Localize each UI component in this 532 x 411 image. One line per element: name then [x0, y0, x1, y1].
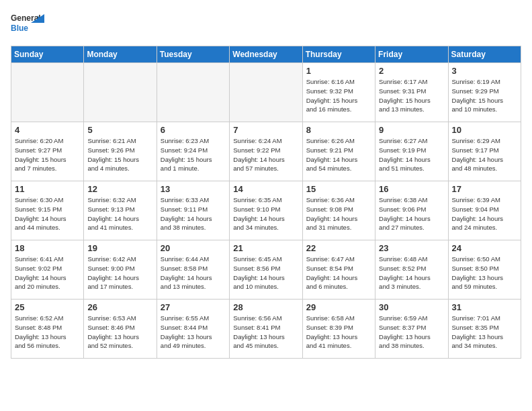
day-number: 19 [87, 243, 152, 253]
day-detail: Sunrise: 6:17 AM Sunset: 9:31 PM Dayligh… [379, 77, 444, 114]
day-detail: Sunrise: 6:19 AM Sunset: 9:29 PM Dayligh… [452, 77, 517, 114]
day-number: 30 [379, 302, 444, 312]
day-detail: Sunrise: 6:27 AM Sunset: 9:19 PM Dayligh… [379, 136, 444, 173]
calendar-cell: 13Sunrise: 6:33 AM Sunset: 9:11 PM Dayli… [157, 181, 229, 240]
calendar-cell: 31Sunrise: 7:01 AM Sunset: 8:35 PM Dayli… [448, 300, 521, 359]
day-number: 9 [379, 125, 444, 135]
week-row-4: 18Sunrise: 6:41 AM Sunset: 9:02 PM Dayli… [11, 240, 521, 300]
day-detail: Sunrise: 6:52 AM Sunset: 8:48 PM Dayligh… [15, 314, 80, 351]
day-number: 27 [161, 302, 226, 312]
day-number: 21 [233, 243, 298, 253]
calendar-cell: 8Sunrise: 6:26 AM Sunset: 9:21 PM Daylig… [302, 122, 375, 181]
week-row-2: 4Sunrise: 6:20 AM Sunset: 9:27 PM Daylig… [11, 122, 521, 181]
day-number: 4 [15, 125, 80, 135]
header-monday: Monday [84, 46, 157, 63]
calendar-cell: 21Sunrise: 6:45 AM Sunset: 8:56 PM Dayli… [230, 240, 302, 300]
calendar-table: SundayMondayTuesdayWednesdayThursdayFrid… [11, 46, 521, 359]
header-sunday: Sunday [11, 46, 84, 63]
day-number: 23 [379, 243, 444, 253]
day-number: 16 [379, 184, 444, 194]
calendar-cell: 17Sunrise: 6:39 AM Sunset: 9:04 PM Dayli… [448, 181, 521, 240]
calendar-cell: 24Sunrise: 6:50 AM Sunset: 8:50 PM Dayli… [448, 240, 521, 300]
calendar-cell: 4Sunrise: 6:20 AM Sunset: 9:27 PM Daylig… [11, 122, 84, 181]
calendar-cell: 5Sunrise: 6:21 AM Sunset: 9:26 PM Daylig… [84, 122, 157, 181]
day-detail: Sunrise: 6:56 AM Sunset: 8:41 PM Dayligh… [233, 314, 298, 351]
header-saturday: Saturday [448, 46, 521, 63]
day-detail: Sunrise: 6:42 AM Sunset: 9:00 PM Dayligh… [87, 255, 152, 291]
day-number: 2 [379, 66, 444, 76]
calendar-cell: 29Sunrise: 6:58 AM Sunset: 8:39 PM Dayli… [302, 300, 375, 359]
calendar-cell: 7Sunrise: 6:24 AM Sunset: 9:22 PM Daylig… [230, 122, 302, 181]
day-detail: Sunrise: 6:33 AM Sunset: 9:11 PM Dayligh… [161, 195, 226, 232]
svg-text:Blue: Blue [11, 24, 28, 33]
day-detail: Sunrise: 6:55 AM Sunset: 8:44 PM Dayligh… [161, 314, 226, 351]
day-detail: Sunrise: 6:41 AM Sunset: 9:02 PM Dayligh… [15, 255, 80, 291]
header-tuesday: Tuesday [157, 46, 229, 63]
day-detail: Sunrise: 6:45 AM Sunset: 8:56 PM Dayligh… [233, 255, 298, 291]
header-wednesday: Wednesday [230, 46, 302, 63]
calendar-cell: 25Sunrise: 6:52 AM Sunset: 8:48 PM Dayli… [11, 300, 84, 359]
day-detail: Sunrise: 6:29 AM Sunset: 9:17 PM Dayligh… [452, 136, 517, 173]
day-detail: Sunrise: 6:39 AM Sunset: 9:04 PM Dayligh… [452, 195, 517, 232]
calendar-cell: 6Sunrise: 6:23 AM Sunset: 9:24 PM Daylig… [157, 122, 229, 181]
day-detail: Sunrise: 6:50 AM Sunset: 8:50 PM Dayligh… [452, 255, 517, 291]
calendar-cell: 16Sunrise: 6:38 AM Sunset: 9:06 PM Dayli… [375, 181, 448, 240]
calendar-cell: 2Sunrise: 6:17 AM Sunset: 9:31 PM Daylig… [375, 63, 448, 122]
day-detail: Sunrise: 6:36 AM Sunset: 9:08 PM Dayligh… [306, 195, 371, 232]
day-detail: Sunrise: 6:30 AM Sunset: 9:15 PM Dayligh… [15, 195, 80, 232]
day-number: 11 [15, 184, 80, 194]
day-detail: Sunrise: 6:32 AM Sunset: 9:13 PM Dayligh… [87, 195, 152, 232]
calendar-cell: 22Sunrise: 6:47 AM Sunset: 8:54 PM Dayli… [302, 240, 375, 300]
day-detail: Sunrise: 6:35 AM Sunset: 9:10 PM Dayligh… [233, 195, 298, 232]
day-detail: Sunrise: 6:23 AM Sunset: 9:24 PM Dayligh… [161, 136, 226, 173]
calendar-cell: 9Sunrise: 6:27 AM Sunset: 9:19 PM Daylig… [375, 122, 448, 181]
day-detail: Sunrise: 6:16 AM Sunset: 9:32 PM Dayligh… [306, 77, 371, 114]
day-number: 26 [87, 302, 152, 312]
day-detail: Sunrise: 6:58 AM Sunset: 8:39 PM Dayligh… [306, 314, 371, 351]
calendar-cell: 15Sunrise: 6:36 AM Sunset: 9:08 PM Dayli… [302, 181, 375, 240]
day-detail: Sunrise: 6:20 AM Sunset: 9:27 PM Dayligh… [15, 136, 80, 173]
day-detail: Sunrise: 6:38 AM Sunset: 9:06 PM Dayligh… [379, 195, 444, 232]
day-number: 28 [233, 302, 298, 312]
calendar-cell: 20Sunrise: 6:44 AM Sunset: 8:58 PM Dayli… [157, 240, 229, 300]
day-number: 18 [15, 243, 80, 253]
logo-svg: GeneralBlue [11, 11, 44, 38]
calendar-header-row: SundayMondayTuesdayWednesdayThursdayFrid… [11, 46, 521, 63]
calendar-cell [230, 63, 302, 122]
day-number: 20 [161, 243, 226, 253]
header-thursday: Thursday [302, 46, 375, 63]
day-number: 13 [161, 184, 226, 194]
day-detail: Sunrise: 6:26 AM Sunset: 9:21 PM Dayligh… [306, 136, 371, 173]
day-number: 7 [233, 125, 298, 135]
calendar-cell: 27Sunrise: 6:55 AM Sunset: 8:44 PM Dayli… [157, 300, 229, 359]
day-detail: Sunrise: 6:44 AM Sunset: 8:58 PM Dayligh… [161, 255, 226, 291]
calendar-cell [11, 63, 84, 122]
page-header: GeneralBlue [11, 11, 521, 38]
calendar-cell: 23Sunrise: 6:48 AM Sunset: 8:52 PM Dayli… [375, 240, 448, 300]
header-friday: Friday [375, 46, 448, 63]
day-number: 22 [306, 243, 371, 253]
day-number: 6 [161, 125, 226, 135]
day-number: 25 [15, 302, 80, 312]
calendar-cell: 10Sunrise: 6:29 AM Sunset: 9:17 PM Dayli… [448, 122, 521, 181]
day-number: 10 [452, 125, 517, 135]
day-number: 14 [233, 184, 298, 194]
day-number: 8 [306, 125, 371, 135]
calendar-cell: 30Sunrise: 6:59 AM Sunset: 8:37 PM Dayli… [375, 300, 448, 359]
calendar-cell: 11Sunrise: 6:30 AM Sunset: 9:15 PM Dayli… [11, 181, 84, 240]
day-number: 29 [306, 302, 371, 312]
day-number: 3 [452, 66, 517, 76]
calendar-cell: 1Sunrise: 6:16 AM Sunset: 9:32 PM Daylig… [302, 63, 375, 122]
calendar-cell: 26Sunrise: 6:53 AM Sunset: 8:46 PM Dayli… [84, 300, 157, 359]
calendar-cell: 19Sunrise: 6:42 AM Sunset: 9:00 PM Dayli… [84, 240, 157, 300]
day-detail: Sunrise: 6:21 AM Sunset: 9:26 PM Dayligh… [87, 136, 152, 173]
day-detail: Sunrise: 6:48 AM Sunset: 8:52 PM Dayligh… [379, 255, 444, 291]
week-row-1: 1Sunrise: 6:16 AM Sunset: 9:32 PM Daylig… [11, 63, 521, 122]
day-detail: Sunrise: 6:24 AM Sunset: 9:22 PM Dayligh… [233, 136, 298, 173]
day-number: 15 [306, 184, 371, 194]
calendar-cell [84, 63, 157, 122]
day-detail: Sunrise: 6:53 AM Sunset: 8:46 PM Dayligh… [87, 314, 152, 351]
calendar-cell: 28Sunrise: 6:56 AM Sunset: 8:41 PM Dayli… [230, 300, 302, 359]
logo: GeneralBlue [11, 11, 44, 38]
day-detail: Sunrise: 6:47 AM Sunset: 8:54 PM Dayligh… [306, 255, 371, 291]
